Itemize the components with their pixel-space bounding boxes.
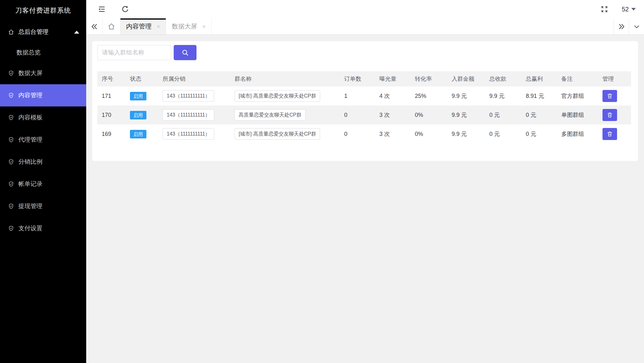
sidebar-item-label: 数据大屏 (18, 69, 42, 77)
cell-exposure: 3 次 (375, 105, 410, 124)
delete-button[interactable] (602, 90, 617, 102)
distributor-box: 143（1111111111） (163, 90, 214, 101)
sidebar: 刀客付费进群系统 总后台管理 数据总览 数据大屏 内容管理 内容模板 (0, 0, 86, 363)
home-icon (107, 22, 115, 30)
cell-id: 171 (97, 86, 126, 105)
sidebar-item-content-manage[interactable]: 内容管理 (0, 84, 86, 106)
distributor-box: 143（1111111111） (163, 109, 214, 120)
col-header-group-name: 群名称 (230, 71, 340, 86)
cell-group-name: [城市]·高质量恋爱交友聊天处CP群 (230, 124, 340, 143)
col-header-orders: 订单数 (340, 71, 375, 86)
sidebar-item-label: 帐单记录 (18, 180, 42, 188)
user-label: 52 (622, 6, 629, 13)
refresh-icon[interactable] (121, 5, 129, 13)
close-icon[interactable]: × (202, 23, 206, 29)
col-header-status: 状态 (126, 71, 158, 86)
cell-distributor: 143（1111111111） (158, 105, 230, 124)
sidebar-item-label: 总后台管理 (18, 28, 48, 36)
shield-check-icon (8, 70, 14, 76)
cell-total-received: 0 元 (485, 124, 521, 143)
cell-orders: 0 (340, 105, 375, 124)
sidebar-item-label: 内容管理 (18, 91, 42, 99)
group-name-box: 高质量恋爱交友聊天处CP群 (235, 109, 306, 120)
shield-check-icon (8, 114, 14, 121)
tab-data-screen[interactable]: 数据大屏 × (166, 18, 212, 35)
cell-join-amount: 9.9 元 (447, 86, 485, 105)
cell-total-profit: 0 元 (521, 124, 557, 143)
sidebar-item-label: 分销比例 (18, 158, 42, 166)
col-header-manage: 管理 (598, 71, 631, 86)
col-header-join-amount: 入群金额 (447, 71, 485, 86)
chevron-down-icon (633, 22, 641, 31)
cell-total-received: 9.9 元 (485, 86, 521, 105)
search-button[interactable] (174, 45, 196, 60)
scroll-left-icon (90, 22, 99, 31)
table-header: 序号 状态 所属分销 群名称 订单数 曝光量 转化率 入群金额 总收款 总赢利 … (97, 71, 631, 86)
sidebar-item-label: 支付设置 (18, 224, 42, 232)
cell-manage (598, 105, 631, 124)
cell-status: 启用 (126, 105, 158, 124)
cell-remark: 官方群组 (557, 86, 598, 105)
cell-conversion: 0% (410, 105, 447, 124)
cell-group-name: [城市]·高质量恋爱交友聊天处CP群 (230, 86, 340, 105)
collapse-menu-icon[interactable] (98, 5, 106, 13)
home-icon (8, 29, 14, 35)
shield-check-icon (8, 137, 14, 143)
tab-actions-dropdown[interactable] (629, 18, 644, 35)
sidebar-subitem-data-overview[interactable]: 数据总览 (0, 43, 86, 62)
main-content: 序号 状态 所属分销 群名称 订单数 曝光量 转化率 入群金额 总收款 总赢利 … (86, 35, 644, 363)
tab-scroll-right-button[interactable] (614, 18, 629, 35)
tab-label: 数据大屏 (172, 22, 197, 31)
shield-check-icon (8, 203, 14, 209)
cell-join-amount: 9.9 元 (447, 105, 485, 124)
group-name-box: [城市]·高质量恋爱交友聊天处CP群 (235, 128, 320, 139)
trash-icon (607, 112, 613, 118)
fullscreen-icon[interactable] (600, 5, 609, 13)
cell-id: 169 (97, 124, 126, 143)
status-badge: 启用 (130, 130, 146, 138)
trash-icon (607, 131, 613, 137)
tab-scroll-left-button[interactable] (86, 18, 103, 35)
table-row: 170 启用 143（1111111111） 高质量恋爱交友聊天处CP群 0 3… (97, 105, 631, 124)
delete-button[interactable] (602, 109, 617, 121)
topbar: 52 (86, 0, 644, 18)
table-row: 171 启用 143（1111111111） [城市]·高质量恋爱交友聊天处CP… (97, 86, 631, 105)
cell-conversion: 0% (410, 124, 447, 143)
sidebar-item-content-template[interactable]: 内容模板 (0, 106, 86, 129)
caret-down-icon (631, 8, 636, 10)
cell-total-profit: 8.91 元 (521, 86, 557, 105)
search-icon (181, 48, 190, 57)
col-header-distributor: 所属分销 (158, 71, 230, 86)
cell-status: 启用 (126, 86, 158, 105)
user-dropdown[interactable]: 52 (622, 6, 636, 13)
cell-remark: 多图群组 (557, 124, 598, 143)
sidebar-item-main-admin[interactable]: 总后台管理 (0, 21, 86, 43)
app-title: 刀客付费进群系统 (0, 0, 86, 21)
cell-distributor: 143（1111111111） (158, 124, 230, 143)
sidebar-item-agent-manage[interactable]: 代理管理 (0, 129, 86, 151)
delete-button[interactable] (602, 128, 617, 140)
sidebar-item-data-screen[interactable]: 数据大屏 (0, 62, 86, 84)
sidebar-item-payment-settings[interactable]: 支付设置 (0, 217, 86, 239)
sidebar-item-distribution-ratio[interactable]: 分销比例 (0, 151, 86, 173)
cell-remark: 单图群组 (557, 105, 598, 124)
table-body: 171 启用 143（1111111111） [城市]·高质量恋爱交友聊天处CP… (97, 86, 631, 143)
tab-home-button[interactable] (103, 18, 120, 35)
close-icon[interactable]: × (157, 23, 160, 29)
cell-conversion: 25% (410, 86, 447, 105)
content-card: 序号 状态 所属分销 群名称 订单数 曝光量 转化率 入群金额 总收款 总赢利 … (92, 41, 638, 161)
cell-total-profit: 0 元 (521, 105, 557, 124)
sidebar-item-bill-records[interactable]: 帐单记录 (0, 173, 86, 195)
group-name-box: [城市]·高质量恋爱交友聊天处CP群 (235, 90, 320, 101)
tab-label: 内容管理 (126, 22, 151, 31)
caret-up-icon (74, 31, 79, 34)
col-header-total-received: 总收款 (485, 71, 521, 86)
sidebar-item-label: 内容模板 (18, 113, 42, 122)
col-header-conversion: 转化率 (410, 71, 447, 86)
tab-content-manage[interactable]: 内容管理 × (120, 18, 166, 35)
trash-icon (607, 93, 613, 99)
col-header-total-profit: 总赢利 (521, 71, 557, 86)
tab-bar: 内容管理 × 数据大屏 × (86, 18, 644, 35)
group-name-search-input[interactable] (97, 45, 171, 60)
sidebar-item-withdraw-manage[interactable]: 提现管理 (0, 195, 86, 217)
